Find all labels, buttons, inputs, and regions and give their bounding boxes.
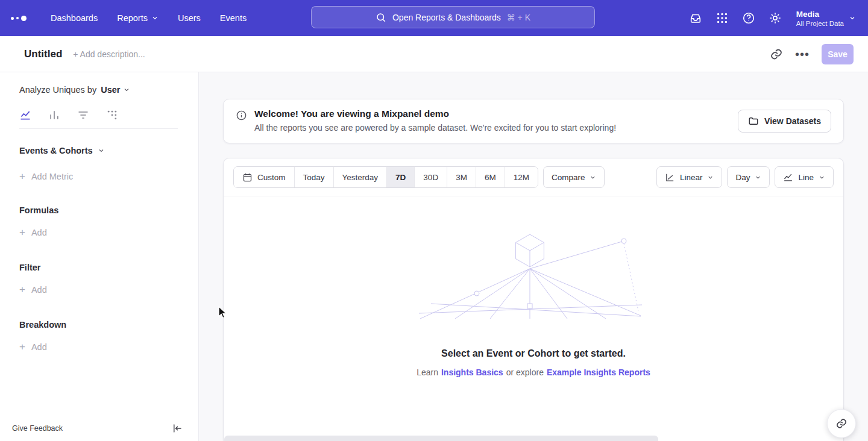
banner-title: Welcome! You are viewing a Mixpanel demo bbox=[254, 108, 616, 119]
analyze-label: Analyze Uniques by bbox=[19, 85, 96, 95]
horizontal-scrollbar[interactable] bbox=[224, 436, 658, 441]
global-search[interactable]: Open Reports & Dashboards ⌘ + K bbox=[311, 6, 595, 28]
events-cohorts-section[interactable]: Events & Cohorts bbox=[19, 146, 198, 155]
chart-toolbar: Custom Today Yesterday 7D 30D 3M 6M 12M … bbox=[224, 158, 843, 196]
add-breakdown-button[interactable]: + Add bbox=[19, 342, 198, 352]
info-icon bbox=[236, 110, 247, 121]
nav-users[interactable]: Users bbox=[178, 13, 201, 23]
folder-icon bbox=[748, 116, 759, 127]
project-switcher[interactable]: Media All Project Data bbox=[796, 9, 856, 27]
project-name: Media bbox=[796, 9, 844, 20]
insights-basics-link[interactable]: Insights Basics bbox=[441, 367, 503, 377]
copy-link-icon[interactable] bbox=[770, 48, 783, 61]
range-yesterday-button[interactable]: Yesterday bbox=[333, 167, 387, 187]
add-filter-button[interactable]: + Add bbox=[19, 284, 198, 295]
empty-state: Select an Event or Cohort to get started… bbox=[224, 231, 843, 377]
empty-state-subtitle: Learn Insights Basics or explore Example… bbox=[224, 367, 843, 377]
add-metric-button[interactable]: + Add Metric bbox=[19, 171, 198, 181]
plus-icon: + bbox=[19, 171, 25, 181]
range-12m-button[interactable]: 12M bbox=[505, 167, 538, 187]
analyze-row: Analyze Uniques by User bbox=[19, 85, 198, 95]
search-icon bbox=[376, 12, 386, 23]
main-content: Welcome! You are viewing a Mixpanel demo… bbox=[199, 72, 868, 441]
inbox-icon[interactable] bbox=[689, 11, 702, 25]
chart-display-controls: Linear Day Line bbox=[656, 166, 834, 188]
help-icon[interactable] bbox=[742, 11, 755, 25]
chevron-down-icon bbox=[707, 174, 714, 181]
banner-subtitle: All the reports you see are powered by a… bbox=[254, 123, 616, 133]
save-button[interactable]: Save bbox=[822, 44, 854, 64]
sidebar-footer: Give Feedback bbox=[0, 416, 198, 441]
range-7d-button[interactable]: 7D bbox=[386, 167, 414, 187]
plus-icon: + bbox=[19, 227, 25, 237]
range-30d-button[interactable]: 30D bbox=[414, 167, 447, 187]
report-title[interactable]: Untitled bbox=[24, 48, 62, 60]
nav-dashboards[interactable]: Dashboards bbox=[51, 13, 98, 23]
range-today-button[interactable]: Today bbox=[294, 167, 333, 187]
add-formula-button[interactable]: + Add bbox=[19, 227, 198, 237]
chart-type-select[interactable]: Line bbox=[775, 166, 834, 188]
line-chart-icon bbox=[783, 172, 793, 183]
report-description-placeholder[interactable]: + Add description... bbox=[73, 49, 145, 59]
empty-state-title: Select an Event or Cohort to get started… bbox=[224, 348, 843, 359]
link-icon bbox=[835, 418, 848, 430]
chevron-down-icon bbox=[123, 86, 130, 93]
formulas-section: Formulas bbox=[19, 205, 198, 215]
top-nav: Dashboards Reports Users Events Open Rep… bbox=[0, 0, 868, 36]
calendar-icon bbox=[242, 172, 253, 183]
range-3m-button[interactable]: 3M bbox=[447, 167, 476, 187]
range-custom-button[interactable]: Custom bbox=[234, 167, 294, 187]
date-range-segmented-control: Custom Today Yesterday 7D 30D 3M 6M 12M bbox=[233, 166, 538, 188]
query-sidebar: Analyze Uniques by User Events & Cohorts bbox=[0, 72, 199, 441]
header-actions: ••• Save bbox=[770, 44, 854, 64]
compare-button[interactable]: Compare bbox=[543, 166, 605, 188]
report-header: Untitled + Add description... ••• Save bbox=[0, 36, 868, 72]
range-6m-button[interactable]: 6M bbox=[476, 167, 505, 187]
linear-scale-icon bbox=[665, 172, 675, 183]
nav-events[interactable]: Events bbox=[220, 13, 247, 23]
breakdown-section: Breakdown bbox=[19, 320, 198, 330]
view-datasets-button[interactable]: View Datasets bbox=[738, 110, 831, 133]
wireframe-illustration bbox=[419, 231, 648, 322]
mixpanel-logo[interactable] bbox=[11, 16, 39, 21]
give-feedback-link[interactable]: Give Feedback bbox=[12, 424, 63, 433]
welcome-banner: Welcome! You are viewing a Mixpanel demo… bbox=[223, 99, 844, 143]
project-scope: All Project Data bbox=[796, 20, 844, 27]
settings-gear-icon[interactable] bbox=[769, 11, 782, 25]
chevron-down-icon bbox=[755, 174, 761, 181]
search-label: Open Reports & Dashboards bbox=[392, 13, 501, 22]
plus-icon: + bbox=[19, 342, 25, 352]
plus-icon: + bbox=[19, 284, 25, 295]
example-insights-reports-link[interactable]: Example Insights Reports bbox=[547, 367, 650, 377]
insights-line-tab-icon[interactable] bbox=[19, 109, 31, 121]
chevron-down-icon bbox=[98, 147, 105, 154]
chevron-down-icon bbox=[819, 174, 825, 181]
chevron-down-icon bbox=[590, 174, 596, 181]
chevron-down-icon bbox=[151, 14, 159, 22]
bar-chart-tab-icon[interactable] bbox=[48, 109, 60, 121]
collapse-sidebar-icon[interactable] bbox=[172, 423, 183, 434]
insights-chart-card: Custom Today Yesterday 7D 30D 3M 6M 12M … bbox=[223, 158, 844, 441]
search-shortcut: ⌘ + K bbox=[507, 13, 530, 22]
primary-nav: Dashboards Reports Users Events bbox=[51, 13, 247, 23]
chevron-down-icon bbox=[849, 14, 856, 22]
scale-select[interactable]: Linear bbox=[656, 166, 723, 188]
nav-right: Media All Project Data bbox=[689, 9, 856, 27]
retention-grid-tab-icon[interactable] bbox=[106, 109, 118, 121]
metric-type-tabs bbox=[19, 109, 178, 129]
more-options-icon[interactable]: ••• bbox=[795, 48, 810, 60]
funnel-tab-icon[interactable] bbox=[77, 109, 89, 121]
apps-grid-icon[interactable] bbox=[715, 11, 729, 25]
nav-reports[interactable]: Reports bbox=[117, 13, 159, 23]
share-link-fab[interactable] bbox=[827, 409, 856, 438]
filter-section: Filter bbox=[19, 263, 198, 272]
analyze-entity-dropdown[interactable]: User bbox=[101, 85, 130, 95]
interval-select[interactable]: Day bbox=[727, 166, 770, 188]
